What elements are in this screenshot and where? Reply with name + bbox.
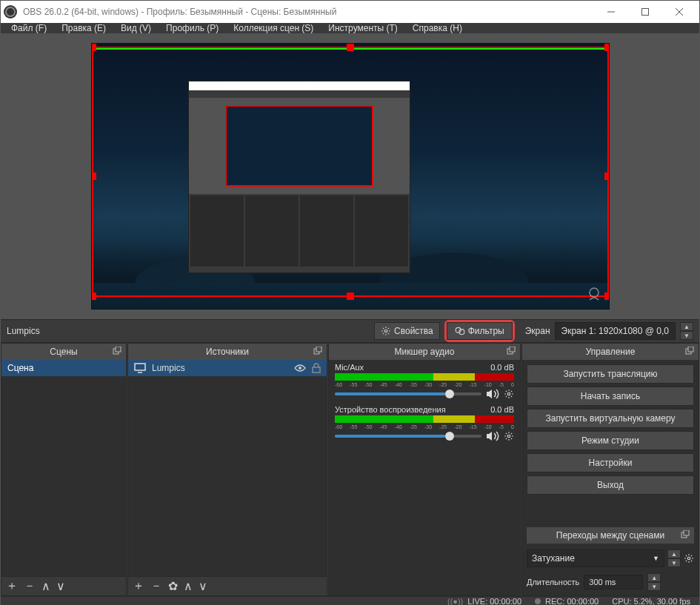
svg-point-14 [299, 367, 301, 370]
scenes-list[interactable]: Сцена [1, 360, 126, 576]
filters-icon [455, 326, 465, 336]
source-properties-button[interactable]: ✿ [168, 579, 178, 593]
channel-level: 0.0 dB [490, 405, 514, 414]
transition-settings-icon[interactable] [684, 553, 694, 564]
add-source-button[interactable]: ＋ [133, 578, 144, 594]
visibility-toggle[interactable] [294, 364, 306, 372]
selected-source-name: Lumpics [7, 326, 40, 336]
scene-item-label: Сцена [7, 363, 33, 373]
popout-icon[interactable] [685, 347, 696, 357]
screen-value-field[interactable]: Экран 1: 1920x1080 @ 0,0 [555, 322, 676, 340]
transition-select[interactable]: Затухание ▼ [527, 549, 664, 567]
sources-footer: ＋ － ✿ ∧ ∨ [128, 576, 327, 595]
scene-item[interactable]: Сцена [1, 360, 126, 376]
obs-logo-icon [4, 5, 17, 19]
move-scene-down-button[interactable]: ∨ [56, 579, 65, 593]
preview-canvas[interactable] [91, 43, 610, 310]
screen-spin-up[interactable]: ▲ [680, 322, 693, 331]
transition-spin-up[interactable]: ▲ [667, 549, 681, 558]
transition-spin-down[interactable]: ▼ [667, 558, 681, 567]
scenes-dock: Сцены Сцена ＋ － ∧ ∨ [1, 343, 127, 596]
svg-point-4 [590, 288, 599, 297]
channel-settings-icon[interactable] [504, 389, 514, 399]
sources-header: Источники [128, 344, 327, 360]
channel-name: Mic/Aux [335, 363, 364, 372]
source-item[interactable]: Lumpics [128, 360, 327, 376]
chevron-down-icon: ▼ [653, 555, 659, 562]
vu-meter [335, 415, 514, 423]
mixer-body: Mic/Aux 0.0 dB -60-55-50-45-40-35-30-25-… [329, 360, 520, 595]
svg-rect-15 [313, 367, 320, 372]
add-scene-button[interactable]: ＋ [6, 578, 18, 594]
menu-file[interactable]: Файл (F) [4, 23, 54, 33]
start-virtualcam-button[interactable]: Запустить виртуальную камеру [527, 409, 694, 428]
move-source-down-button[interactable]: ∨ [199, 579, 207, 593]
popout-icon[interactable] [507, 347, 517, 357]
selection-border[interactable] [92, 47, 609, 297]
cpu-text: CPU: 5.2%, 30.00 fps [612, 597, 690, 605]
app-window: OBS 26.0.2 (64-bit, windows) - Профиль: … [0, 0, 700, 605]
controls-title: Управление [586, 347, 636, 357]
volume-slider[interactable] [335, 392, 481, 395]
lock-toggle[interactable] [312, 363, 321, 373]
settings-button[interactable]: Настройки [527, 453, 694, 472]
titlebar: OBS 26.0.2 (64-bit, windows) - Профиль: … [1, 1, 699, 23]
filters-button[interactable]: Фильтры [447, 322, 513, 340]
menu-scene-collection[interactable]: Коллекция сцен (S) [226, 23, 321, 33]
sources-list[interactable]: Lumpics [128, 360, 327, 576]
remove-source-button[interactable]: － [150, 578, 162, 594]
watermark-icon [585, 285, 603, 303]
filters-highlight: Фильтры [444, 320, 515, 342]
popout-icon[interactable] [681, 530, 691, 541]
svg-rect-9 [116, 347, 121, 352]
exit-button[interactable]: Выход [527, 475, 694, 495]
resize-handle-tc[interactable] [347, 44, 354, 51]
duration-field[interactable]: 300 ms [584, 575, 643, 589]
properties-button[interactable]: Свойства [374, 322, 440, 340]
popout-icon[interactable] [113, 347, 123, 357]
preview-area[interactable] [1, 33, 699, 319]
maximize-button[interactable] [628, 1, 662, 23]
duration-spin-down[interactable]: ▼ [647, 582, 661, 591]
menu-profile[interactable]: Профиль (P) [159, 23, 226, 33]
display-icon [134, 363, 146, 373]
studio-mode-button[interactable]: Режим студии [527, 431, 694, 450]
screen-spinner: ▲ ▼ [680, 322, 693, 340]
controls-body: Запустить трансляцию Начать запись Запус… [522, 360, 699, 595]
resize-handle-tr[interactable] [604, 44, 610, 51]
broadcast-icon: ((●)) [447, 597, 463, 605]
resize-handle-bc[interactable] [347, 293, 354, 300]
screen-spin-down[interactable]: ▼ [680, 331, 693, 340]
menu-help[interactable]: Справка (H) [405, 23, 470, 33]
mixer-channel-desktop: Устройство воспроизведения 0.0 dB -60-55… [329, 402, 520, 444]
svg-rect-12 [135, 364, 145, 370]
scenes-header: Сцены [1, 344, 126, 360]
menu-edit[interactable]: Правка (E) [54, 23, 113, 33]
popout-icon[interactable] [313, 347, 324, 357]
resize-handle-mr[interactable] [604, 173, 610, 180]
resize-handle-bl[interactable] [91, 293, 96, 300]
sources-title: Источники [206, 347, 249, 357]
resize-handle-br[interactable] [604, 293, 610, 300]
svg-rect-1 [642, 9, 649, 16]
duration-spin-up[interactable]: ▲ [647, 573, 661, 582]
transitions-title: Переходы между сценами [556, 530, 664, 541]
menu-view[interactable]: Вид (V) [113, 23, 159, 33]
resize-handle-ml[interactable] [91, 173, 96, 180]
speaker-icon[interactable] [486, 389, 499, 399]
menu-tools[interactable]: Инструменты (T) [321, 23, 404, 33]
close-button[interactable] [662, 1, 696, 23]
speaker-icon[interactable] [486, 431, 499, 441]
move-source-up-button[interactable]: ∧ [184, 579, 193, 593]
status-live: ((●)) LIVE: 00:00:00 [447, 597, 521, 605]
window-controls [594, 1, 696, 23]
source-item-label: Lumpics [152, 363, 185, 373]
volume-slider[interactable] [335, 435, 481, 438]
move-scene-up-button[interactable]: ∧ [41, 579, 50, 593]
channel-settings-icon[interactable] [504, 431, 514, 441]
minimize-button[interactable] [594, 1, 628, 23]
start-streaming-button[interactable]: Запустить трансляцию [527, 364, 694, 384]
start-recording-button[interactable]: Начать запись [527, 387, 694, 406]
resize-handle-tl[interactable] [91, 44, 96, 51]
remove-scene-button[interactable]: － [24, 578, 36, 594]
